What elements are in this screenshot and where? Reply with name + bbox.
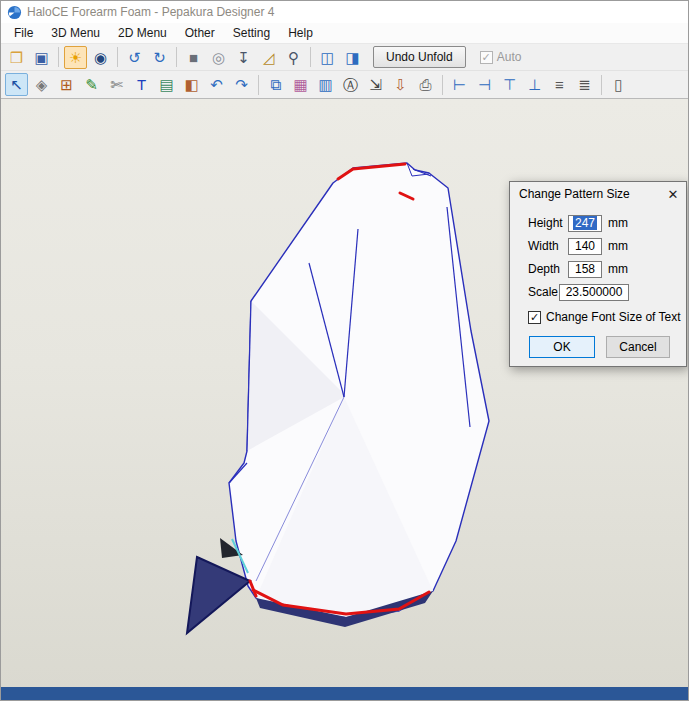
toolbar-2d: ↖◈⊞✎✄T▤◧↶↷⧉▦▥Ⓐ⇲⇩⎙⊢⊣⊤⊥≡≣▯ [1, 71, 688, 99]
field-label: Width [528, 239, 568, 253]
menu-setting[interactable]: Setting [224, 24, 279, 42]
knife-tool-icon[interactable]: ✄ [105, 73, 128, 96]
auto-checkbox[interactable]: ✓ Auto [480, 50, 522, 64]
page-export-icon[interactable]: ⇲ [364, 73, 387, 96]
zoom-icon[interactable]: ⚲ [282, 46, 305, 69]
dialog-close-button[interactable]: ✕ [660, 182, 686, 206]
box-tool-icon[interactable]: ◧ [180, 73, 203, 96]
printer-icon[interactable]: ⎙ [414, 73, 437, 96]
text-tool-icon[interactable]: T [130, 73, 153, 96]
toolbar-separator [442, 75, 443, 95]
align-left-icon[interactable]: ⊢ [448, 73, 471, 96]
arrange-parts-icon[interactable]: ⊞ [55, 73, 78, 96]
undo-unfold-button[interactable]: Undo Unfold [373, 46, 466, 68]
toolbar-separator [58, 47, 59, 67]
edge-tool-icon[interactable]: ◈ [30, 73, 53, 96]
pen-tool-icon[interactable]: ✎ [80, 73, 103, 96]
image-tool-icon[interactable]: ▤ [155, 73, 178, 96]
dialog-buttons: OKCancel [529, 336, 686, 358]
field-label: Height [528, 216, 568, 230]
texture-image-icon[interactable]: ▦ [289, 73, 312, 96]
select-tool-icon[interactable]: ↖ [5, 73, 28, 96]
toolbar-separator [258, 75, 259, 95]
checkbox-label: Change Font Size of Text [546, 310, 681, 324]
app-icon [7, 5, 22, 20]
rotate-left-icon[interactable]: ↺ [123, 46, 146, 69]
texture-view-icon[interactable]: ◉ [89, 46, 112, 69]
app-window: HaloCE Forearm Foam - Pepakura Designer … [0, 0, 689, 701]
align-top-icon[interactable]: ⊤ [498, 73, 521, 96]
toolbar-separator [601, 75, 602, 95]
dialog-title: Change Pattern Size [510, 187, 630, 201]
distribute-icon[interactable]: ≣ [573, 73, 596, 96]
field-label: Depth [528, 262, 568, 276]
toolbar-separator [310, 47, 311, 67]
taskbar-strip[interactable] [1, 687, 689, 700]
toolbar-separator [176, 47, 177, 67]
undo-icon[interactable]: ↶ [205, 73, 228, 96]
titlebar[interactable]: HaloCE Forearm Foam - Pepakura Designer … [1, 1, 688, 23]
chart-icon[interactable]: ▥ [314, 73, 337, 96]
change-pattern-size-dialog: Change Pattern Size ✕ Height 247 mm Widt… [509, 181, 687, 367]
single-pane-icon[interactable]: ◨ [341, 46, 364, 69]
menu-file[interactable]: File [5, 24, 42, 42]
menu-help[interactable]: Help [279, 24, 322, 42]
field-height: Height 247 mm [528, 214, 686, 232]
auto-check-icon: ✓ [480, 51, 493, 64]
window-title: HaloCE Forearm Foam - Pepakura Designer … [27, 5, 274, 19]
align-center-icon[interactable]: ≡ [548, 73, 571, 96]
toolbar-separator [117, 47, 118, 67]
field-input[interactable]: 247 [568, 215, 602, 232]
split-view-icon[interactable]: ◫ [316, 46, 339, 69]
3d-viewport[interactable]: Change Pattern Size ✕ Height 247 mm Widt… [1, 99, 689, 689]
field-input[interactable]: 140 [568, 238, 602, 255]
field-input[interactable]: 158 [568, 261, 602, 278]
menu-2d[interactable]: 2D Menu [109, 24, 176, 42]
field-width: Width 140 mm [528, 237, 686, 255]
field-unit: mm [608, 239, 628, 253]
align-bottom-icon[interactable]: ⊥ [523, 73, 546, 96]
light-toggle-icon[interactable]: ☀ [64, 46, 87, 69]
font-size-checkbox[interactable]: ✓ Change Font Size of Text [528, 310, 686, 324]
book-view-icon[interactable]: ⧉ [264, 73, 287, 96]
dialog-titlebar[interactable]: Change Pattern Size ✕ [510, 182, 686, 206]
dialog-body: Height 247 mm Width 140 mm Depth 158 mm … [510, 206, 686, 301]
ruler-icon[interactable]: ◿ [257, 46, 280, 69]
field-unit: mm [608, 216, 628, 230]
page-divider-icon[interactable]: ▯ [607, 73, 630, 96]
ok-button[interactable]: OK [529, 336, 595, 358]
redo-icon[interactable]: ↷ [230, 73, 253, 96]
menu-3d[interactable]: 3D Menu [42, 24, 109, 42]
toolbar-main: ❒▣☀◉↺↻■◎↧◿⚲◫◨ Undo Unfold ✓ Auto [1, 44, 688, 71]
page-text-icon[interactable]: Ⓐ [339, 73, 362, 96]
menubar: File3D Menu2D MenuOtherSettingHelp [1, 23, 688, 44]
menu-other[interactable]: Other [176, 24, 224, 42]
cancel-button[interactable]: Cancel [606, 336, 670, 358]
field-depth: Depth 158 mm [528, 260, 686, 278]
cube-view-icon[interactable]: ■ [182, 46, 205, 69]
field-unit: mm [608, 262, 628, 276]
auto-label: Auto [497, 50, 522, 64]
plumb-icon[interactable]: ↧ [232, 46, 255, 69]
rotate-right-icon[interactable]: ↻ [148, 46, 171, 69]
checkbox-check-icon: ✓ [528, 311, 541, 324]
cylinder-view-icon[interactable]: ◎ [207, 46, 230, 69]
open-folder-icon[interactable]: ❒ [5, 46, 28, 69]
align-right-icon[interactable]: ⊣ [473, 73, 496, 96]
field-scale: Scale 23.500000 [528, 283, 686, 301]
save-icon[interactable]: ▣ [30, 46, 53, 69]
field-input[interactable]: 23.500000 [559, 284, 629, 301]
box-export-icon[interactable]: ⇩ [389, 73, 412, 96]
